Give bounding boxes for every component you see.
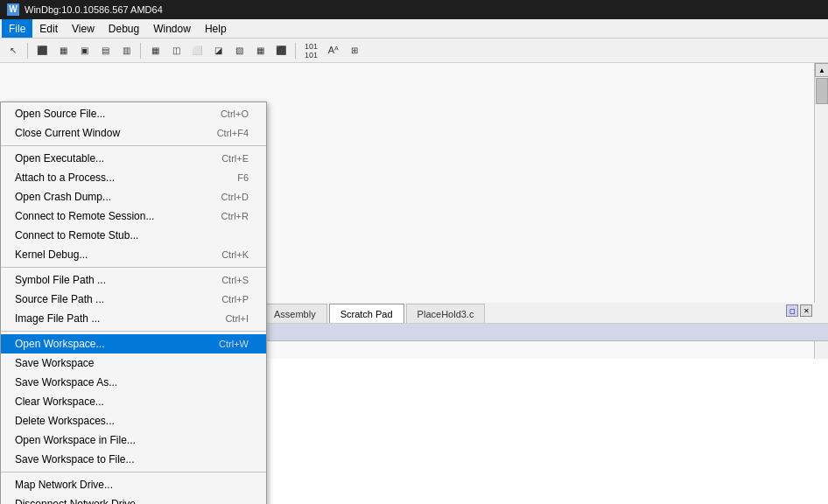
menu-connect-remote-shortcut: Ctrl+R xyxy=(221,211,249,221)
menu-sep1 xyxy=(1,145,266,146)
menu-open-exec-shortcut: Ctrl+E xyxy=(221,153,249,164)
menu-edit[interactable]: Edit xyxy=(32,19,65,38)
menu-sep2 xyxy=(1,267,266,268)
menu-open-crash-label: Open Crash Dump... xyxy=(15,191,111,203)
menu-map-network[interactable]: Map Network Drive... xyxy=(1,475,266,494)
menu-source-path[interactable]: Source File Path ... Ctrl+P xyxy=(1,290,266,309)
toolbar-btn1[interactable]: ⬛ xyxy=(32,41,52,60)
menu-kernel-debug[interactable]: Kernel Debug... Ctrl+K xyxy=(1,245,266,264)
menu-image-path-label: Image File Path ... xyxy=(15,312,100,325)
toolbar-font-btn[interactable]: Aᴬ xyxy=(324,41,343,60)
menu-image-path[interactable]: Image File Path ... Ctrl+I xyxy=(1,309,266,328)
tab-scratch-pad[interactable]: Scratch Pad xyxy=(329,304,404,323)
menu-debug[interactable]: Debug xyxy=(102,19,146,38)
toolbar-grid-btn[interactable]: ⊞ xyxy=(345,41,364,60)
toolbar-btn3[interactable]: ▣ xyxy=(74,41,94,60)
toolbar-btn10[interactable]: ▧ xyxy=(229,41,249,60)
close-btn[interactable]: ✕ xyxy=(800,304,812,317)
menu-symbol-path-label: Symbol File Path ... xyxy=(15,274,106,286)
toolbar-btn9[interactable]: ◪ xyxy=(208,41,228,60)
menu-sep3 xyxy=(1,331,266,332)
menu-open-workspace[interactable]: Open Workspace... Ctrl+W xyxy=(1,334,266,354)
menu-kernel-debug-shortcut: Ctrl+K xyxy=(221,249,249,260)
toolbar-sep2 xyxy=(140,43,141,59)
menu-open-source-shortcut: Ctrl+O xyxy=(221,108,249,119)
menu-attach-process[interactable]: Attach to a Process... F6 xyxy=(1,168,266,187)
menu-clear-workspace-label: Clear Workspace... xyxy=(15,396,104,408)
menu-open-workspace-file-label: Open Workspace in File... xyxy=(15,434,136,446)
menu-source-path-label: Source File Path ... xyxy=(15,293,104,305)
menu-disconnect-network[interactable]: Disconnect Network Drive... xyxy=(1,494,266,504)
menu-connect-remote-label: Connect to Remote Session... xyxy=(15,210,154,222)
menu-save-workspace-file-label: Save Workspace to File... xyxy=(15,453,135,466)
menu-save-workspace-file[interactable]: Save Workspace to File... xyxy=(1,450,266,469)
restore-btn[interactable]: ◻ xyxy=(786,304,798,317)
menu-sep4 xyxy=(1,472,266,472)
menu-symbol-path-shortcut: Ctrl+S xyxy=(221,275,249,285)
scroll-thumb[interactable] xyxy=(816,78,828,104)
menu-open-workspace-shortcut: Ctrl+W xyxy=(219,339,249,349)
menu-image-path-shortcut: Ctrl+I xyxy=(225,313,249,324)
menu-save-workspace-as[interactable]: Save Workspace As... xyxy=(1,373,266,392)
toolbar-sep3 xyxy=(295,43,296,59)
menu-window[interactable]: Window xyxy=(146,19,198,38)
menu-source-path-shortcut: Ctrl+P xyxy=(221,294,249,304)
toolbar-btn2[interactable]: ▦ xyxy=(53,41,73,60)
toolbar: ↖ ⬛ ▦ ▣ ▤ ▥ ▦ ◫ ⬜ ◪ ▧ ▦ ⬛ 101101 Aᴬ ⊞ xyxy=(0,38,828,63)
menu-delete-workspaces-label: Delete Workspaces... xyxy=(15,415,115,427)
menu-open-source-label: Open Source File... xyxy=(15,108,105,120)
menu-map-network-label: Map Network Drive... xyxy=(15,479,113,491)
menu-open-crash-shortcut: Ctrl+D xyxy=(221,192,249,202)
menu-save-workspace-as-label: Save Workspace As... xyxy=(15,376,117,388)
menu-close-window-shortcut: Ctrl+F4 xyxy=(217,128,249,138)
toolbar-sep1 xyxy=(27,43,28,59)
menu-symbol-path[interactable]: Symbol File Path ... Ctrl+S xyxy=(1,270,266,290)
toolbar-btn7[interactable]: ◫ xyxy=(166,41,186,60)
toolbar-btn8[interactable]: ⬜ xyxy=(187,41,207,60)
menu-close-window[interactable]: Close Current Window Ctrl+F4 xyxy=(1,123,266,143)
menu-open-exec[interactable]: Open Executable... Ctrl+E xyxy=(1,149,266,168)
menu-connect-stub[interactable]: Connect to Remote Stub... xyxy=(1,226,266,245)
menu-view[interactable]: View xyxy=(65,19,102,38)
app-icon: W xyxy=(7,4,19,16)
toolbar-btn6[interactable]: ▦ xyxy=(145,41,165,60)
toolbar-btn5[interactable]: ▥ xyxy=(116,41,136,60)
main-area: ▲ ▼ ▶ ◻ ✕ Assembly Scratch Pad PlaceHold… xyxy=(0,63,828,504)
file-menu-dropdown: Open Source File... Ctrl+O Close Current… xyxy=(0,102,267,504)
toolbar-btn4[interactable]: ▤ xyxy=(95,41,115,60)
menu-open-source[interactable]: Open Source File... Ctrl+O xyxy=(1,104,266,123)
menu-disconnect-network-label: Disconnect Network Drive... xyxy=(15,498,144,504)
menu-attach-process-label: Attach to a Process... xyxy=(15,172,115,184)
menu-save-workspace-label: Save Workspace xyxy=(15,357,95,369)
menu-connect-stub-label: Connect to Remote Stub... xyxy=(15,229,138,242)
menu-open-crash[interactable]: Open Crash Dump... Ctrl+D xyxy=(1,187,266,206)
toolbar-counter-btn[interactable]: 101101 xyxy=(300,41,322,60)
toolbar-btn12[interactable]: ⬛ xyxy=(271,41,291,60)
menu-attach-process-shortcut: F6 xyxy=(237,172,249,183)
menu-close-window-label: Close Current Window xyxy=(15,127,120,139)
menu-save-workspace[interactable]: Save Workspace xyxy=(1,354,266,373)
toolbar-btn11[interactable]: ▦ xyxy=(250,41,270,60)
tab-placehold3[interactable]: PlaceHold3.c xyxy=(406,304,486,323)
win-btn-area: ◻ ✕ xyxy=(784,303,814,318)
title-bar: W WinDbg:10.0.10586.567 AMD64 xyxy=(0,0,828,19)
toolbar-cursor-btn[interactable]: ↖ xyxy=(4,41,23,60)
scroll-up-btn[interactable]: ▲ xyxy=(815,63,828,77)
menu-open-exec-label: Open Executable... xyxy=(15,152,104,164)
menu-kernel-debug-label: Kernel Debug... xyxy=(15,248,88,261)
menu-connect-remote[interactable]: Connect to Remote Session... Ctrl+R xyxy=(1,206,266,226)
tab-assembly[interactable]: Assembly xyxy=(263,304,327,323)
menu-clear-workspace[interactable]: Clear Workspace... xyxy=(1,392,266,411)
menu-file[interactable]: File xyxy=(2,19,32,38)
menu-bar: File Edit View Debug Window Help xyxy=(0,19,828,38)
menu-open-workspace-file[interactable]: Open Workspace in File... xyxy=(1,430,266,450)
menu-help[interactable]: Help xyxy=(198,19,234,38)
menu-open-workspace-label: Open Workspace... xyxy=(15,338,105,350)
window-title: WinDbg:10.0.10586.567 AMD64 xyxy=(25,4,163,15)
menu-delete-workspaces[interactable]: Delete Workspaces... xyxy=(1,411,266,430)
